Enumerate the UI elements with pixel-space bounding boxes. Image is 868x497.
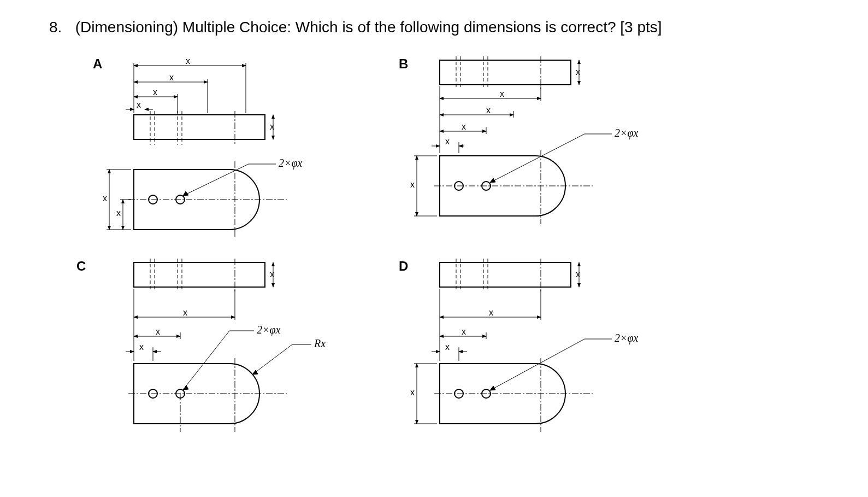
dim-text: x (186, 56, 190, 66)
radius-note: Rx (314, 337, 326, 349)
dim-text: x (410, 180, 415, 189)
dim-text: x (270, 122, 274, 131)
dim-text: x (486, 106, 491, 115)
svg-rect-81 (440, 262, 571, 287)
dim-text: x (445, 137, 450, 146)
dim-text: x (462, 122, 466, 131)
svg-line-52 (490, 134, 584, 183)
dim-text: x (183, 308, 187, 317)
svg-rect-28 (440, 60, 571, 85)
question-text: (Dimensioning) Multiple Choice: Which is… (75, 19, 662, 36)
option-A: A x x x x (76, 52, 404, 254)
option-C: C x x x x (76, 254, 404, 457)
svg-line-25 (183, 164, 249, 196)
dim-text: x (576, 270, 580, 279)
question-line: 8. (Dimensioning) Multiple Choice: Which… (49, 16, 819, 38)
svg-line-78 (252, 344, 292, 375)
dim-text: x (139, 342, 144, 352)
drawing-B: x x x x x x (382, 52, 710, 254)
options-grid: A x x x x (76, 52, 787, 478)
dim-text: x (445, 342, 450, 352)
question-number: 8. (49, 16, 71, 38)
drawing-D: x x x x x 2×φx (382, 254, 710, 473)
drawing-A: x x x x x x (76, 52, 382, 254)
drawing-C: x x x x 2×φx (76, 254, 382, 473)
svg-marker-105 (490, 386, 495, 390)
dim-text: x (153, 87, 157, 97)
dim-text: x (169, 73, 174, 82)
dim-text: x (270, 270, 274, 279)
dim-text: x (489, 308, 493, 317)
svg-rect-0 (134, 115, 265, 139)
dim-text: x (137, 100, 141, 109)
dim-text: x (410, 388, 415, 397)
dim-text: x (103, 194, 107, 203)
hole-note: 2×φx (615, 127, 639, 139)
hole-note: 2×φx (279, 157, 303, 169)
page: 8. (Dimensioning) Multiple Choice: Which… (0, 0, 868, 497)
dim-text: x (156, 327, 160, 336)
dim-text: x (116, 208, 121, 218)
dim-text: x (576, 67, 580, 77)
hole-note: 2×φx (615, 332, 639, 344)
option-B: B x x x x (382, 52, 710, 254)
svg-marker-77 (183, 385, 188, 390)
dim-text: x (500, 89, 504, 98)
svg-rect-55 (134, 262, 265, 287)
svg-line-75 (183, 331, 229, 390)
hole-note: 2×φx (257, 324, 281, 336)
option-D: D x x x x (382, 254, 710, 457)
dim-text: x (462, 327, 466, 336)
svg-marker-54 (490, 178, 495, 183)
svg-line-103 (490, 339, 584, 390)
